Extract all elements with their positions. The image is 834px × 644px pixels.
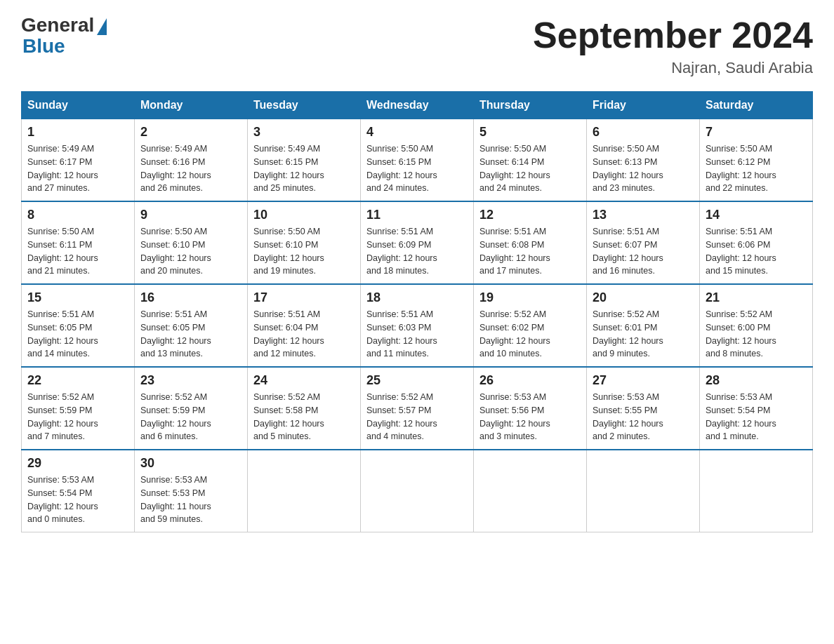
logo: General Blue (21, 14, 107, 58)
day-info: Sunrise: 5:52 AMSunset: 5:59 PMDaylight:… (27, 391, 128, 443)
day-number: 2 (140, 125, 241, 140)
table-row (700, 450, 813, 532)
day-info: Sunrise: 5:52 AMSunset: 5:59 PMDaylight:… (140, 391, 241, 443)
day-number: 21 (706, 290, 807, 305)
table-row: 13Sunrise: 5:51 AMSunset: 6:07 PMDayligh… (587, 201, 700, 284)
logo-blue-text: Blue (21, 35, 65, 58)
day-number: 16 (140, 290, 241, 305)
header-thursday: Thursday (474, 92, 587, 119)
day-number: 11 (366, 208, 468, 222)
day-info: Sunrise: 5:52 AMSunset: 6:01 PMDaylight:… (593, 308, 694, 361)
table-row: 21Sunrise: 5:52 AMSunset: 6:00 PMDayligh… (700, 284, 813, 367)
table-row: 24Sunrise: 5:52 AMSunset: 5:58 PMDayligh… (248, 367, 361, 450)
table-row: 26Sunrise: 5:53 AMSunset: 5:56 PMDayligh… (474, 367, 587, 450)
day-info: Sunrise: 5:53 AMSunset: 5:53 PMDaylight:… (140, 474, 241, 526)
day-info: Sunrise: 5:52 AMSunset: 5:57 PMDaylight:… (366, 391, 468, 443)
table-row: 30Sunrise: 5:53 AMSunset: 5:53 PMDayligh… (135, 450, 248, 532)
day-number: 9 (140, 208, 241, 222)
day-info: Sunrise: 5:53 AMSunset: 5:54 PMDaylight:… (706, 391, 807, 443)
calendar-week-row: 8Sunrise: 5:50 AMSunset: 6:11 PMDaylight… (22, 201, 813, 284)
calendar-week-row: 22Sunrise: 5:52 AMSunset: 5:59 PMDayligh… (22, 367, 813, 450)
table-row (361, 450, 474, 532)
day-number: 27 (593, 373, 694, 388)
day-info: Sunrise: 5:50 AMSunset: 6:10 PMDaylight:… (140, 225, 241, 278)
table-row: 29Sunrise: 5:53 AMSunset: 5:54 PMDayligh… (22, 450, 135, 532)
table-row: 27Sunrise: 5:53 AMSunset: 5:55 PMDayligh… (587, 367, 700, 450)
table-row: 11Sunrise: 5:51 AMSunset: 6:09 PMDayligh… (361, 201, 474, 284)
day-number: 14 (706, 208, 807, 222)
day-info: Sunrise: 5:50 AMSunset: 6:10 PMDaylight:… (253, 225, 355, 278)
table-row: 6Sunrise: 5:50 AMSunset: 6:13 PMDaylight… (587, 119, 700, 202)
day-info: Sunrise: 5:53 AMSunset: 5:55 PMDaylight:… (593, 391, 694, 443)
day-info: Sunrise: 5:50 AMSunset: 6:11 PMDaylight:… (27, 225, 128, 278)
day-number: 18 (366, 290, 468, 305)
day-number: 20 (593, 290, 694, 305)
table-row: 25Sunrise: 5:52 AMSunset: 5:57 PMDayligh… (361, 367, 474, 450)
day-number: 5 (479, 125, 581, 140)
day-number: 7 (706, 125, 807, 140)
header-friday: Friday (587, 92, 700, 119)
day-number: 6 (593, 125, 694, 140)
day-info: Sunrise: 5:51 AMSunset: 6:04 PMDaylight:… (253, 308, 355, 361)
table-row: 17Sunrise: 5:51 AMSunset: 6:04 PMDayligh… (248, 284, 361, 367)
day-number: 24 (253, 373, 355, 388)
table-row: 3Sunrise: 5:49 AMSunset: 6:15 PMDaylight… (248, 119, 361, 202)
day-info: Sunrise: 5:51 AMSunset: 6:05 PMDaylight:… (140, 308, 241, 361)
day-number: 15 (27, 290, 128, 305)
table-row: 2Sunrise: 5:49 AMSunset: 6:16 PMDaylight… (135, 119, 248, 202)
table-row: 19Sunrise: 5:52 AMSunset: 6:02 PMDayligh… (474, 284, 587, 367)
day-info: Sunrise: 5:52 AMSunset: 6:02 PMDaylight:… (479, 308, 581, 361)
calendar-week-row: 15Sunrise: 5:51 AMSunset: 6:05 PMDayligh… (22, 284, 813, 367)
table-row: 1Sunrise: 5:49 AMSunset: 6:17 PMDaylight… (22, 119, 135, 202)
table-row: 22Sunrise: 5:52 AMSunset: 5:59 PMDayligh… (22, 367, 135, 450)
day-number: 10 (253, 208, 355, 222)
day-number: 22 (27, 373, 128, 388)
calendar-week-row: 1Sunrise: 5:49 AMSunset: 6:17 PMDaylight… (22, 119, 813, 202)
day-number: 4 (366, 125, 468, 140)
header-monday: Monday (135, 92, 248, 119)
day-info: Sunrise: 5:53 AMSunset: 5:56 PMDaylight:… (479, 391, 581, 443)
logo-triangle-icon (97, 18, 107, 35)
table-row: 7Sunrise: 5:50 AMSunset: 6:12 PMDaylight… (700, 119, 813, 202)
day-info: Sunrise: 5:53 AMSunset: 5:54 PMDaylight:… (27, 474, 128, 526)
header-wednesday: Wednesday (361, 92, 474, 119)
day-number: 19 (479, 290, 581, 305)
table-row: 10Sunrise: 5:50 AMSunset: 6:10 PMDayligh… (248, 201, 361, 284)
day-info: Sunrise: 5:51 AMSunset: 6:03 PMDaylight:… (366, 308, 468, 361)
header-tuesday: Tuesday (248, 92, 361, 119)
table-row: 28Sunrise: 5:53 AMSunset: 5:54 PMDayligh… (700, 367, 813, 450)
day-info: Sunrise: 5:50 AMSunset: 6:12 PMDaylight:… (706, 142, 807, 195)
day-info: Sunrise: 5:51 AMSunset: 6:06 PMDaylight:… (706, 225, 807, 278)
day-number: 26 (479, 373, 581, 388)
table-row: 8Sunrise: 5:50 AMSunset: 6:11 PMDaylight… (22, 201, 135, 284)
day-number: 23 (140, 373, 241, 388)
day-info: Sunrise: 5:50 AMSunset: 6:14 PMDaylight:… (479, 142, 581, 195)
day-info: Sunrise: 5:50 AMSunset: 6:13 PMDaylight:… (593, 142, 694, 195)
day-number: 3 (253, 125, 355, 140)
month-title: September 2024 (533, 14, 813, 56)
table-row (248, 450, 361, 532)
day-info: Sunrise: 5:52 AMSunset: 6:00 PMDaylight:… (706, 308, 807, 361)
day-number: 13 (593, 208, 694, 222)
calendar-table: Sunday Monday Tuesday Wednesday Thursday… (21, 91, 813, 532)
table-row: 5Sunrise: 5:50 AMSunset: 6:14 PMDaylight… (474, 119, 587, 202)
table-row: 23Sunrise: 5:52 AMSunset: 5:59 PMDayligh… (135, 367, 248, 450)
location-text: Najran, Saudi Arabia (533, 59, 813, 77)
day-info: Sunrise: 5:51 AMSunset: 6:08 PMDaylight:… (479, 225, 581, 278)
table-row: 14Sunrise: 5:51 AMSunset: 6:06 PMDayligh… (700, 201, 813, 284)
calendar-week-row: 29Sunrise: 5:53 AMSunset: 5:54 PMDayligh… (22, 450, 813, 532)
table-row: 20Sunrise: 5:52 AMSunset: 6:01 PMDayligh… (587, 284, 700, 367)
table-row: 9Sunrise: 5:50 AMSunset: 6:10 PMDaylight… (135, 201, 248, 284)
day-info: Sunrise: 5:51 AMSunset: 6:05 PMDaylight:… (27, 308, 128, 361)
day-number: 28 (706, 373, 807, 388)
calendar-header-row: Sunday Monday Tuesday Wednesday Thursday… (22, 92, 813, 119)
day-info: Sunrise: 5:51 AMSunset: 6:09 PMDaylight:… (366, 225, 468, 278)
day-number: 12 (479, 208, 581, 222)
day-info: Sunrise: 5:49 AMSunset: 6:16 PMDaylight:… (140, 142, 241, 195)
day-number: 25 (366, 373, 468, 388)
day-info: Sunrise: 5:51 AMSunset: 6:07 PMDaylight:… (593, 225, 694, 278)
day-info: Sunrise: 5:49 AMSunset: 6:17 PMDaylight:… (27, 142, 128, 195)
title-section: September 2024 Najran, Saudi Arabia (533, 14, 813, 77)
day-number: 1 (27, 125, 128, 140)
table-row (474, 450, 587, 532)
